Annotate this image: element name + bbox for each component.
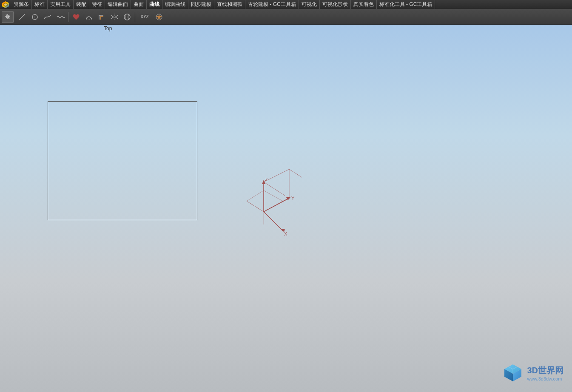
toolbar: XYZ (0, 9, 572, 25)
axes-svg: Z Y X (242, 169, 302, 246)
svg-line-29 (247, 190, 264, 201)
menu-item-surface[interactable]: 曲面 (131, 0, 147, 9)
spline-tool-button[interactable] (42, 11, 54, 23)
toolbar-sep-1 (68, 12, 68, 22)
settings-button[interactable] (2, 11, 14, 23)
mirror-tool-button[interactable] (108, 11, 120, 23)
circle-tool-button[interactable] (29, 11, 41, 23)
menu-item-resources[interactable]: 资源条 (11, 0, 32, 9)
svg-point-11 (127, 17, 128, 17)
xyz-tool-button[interactable]: XYZ (137, 11, 152, 23)
menu-item-gc-cog[interactable]: 古轮建模 - GC工具箱 (245, 0, 299, 9)
app-logo (2, 1, 9, 9)
svg-line-23 (289, 169, 302, 183)
shape-tool-button[interactable] (70, 11, 82, 23)
menu-item-edit-curve[interactable]: 编辑曲线 (162, 0, 188, 9)
svg-line-22 (264, 169, 289, 182)
svg-line-30 (264, 190, 283, 201)
svg-line-19 (264, 212, 283, 231)
svg-line-3 (19, 14, 25, 20)
watermark-brand: 3D世界网 www.3d3dw.com (527, 365, 563, 381)
axes-indicator: Z Y X (242, 169, 302, 246)
svg-point-6 (34, 17, 35, 17)
menu-item-standard[interactable]: 标准 (32, 0, 48, 9)
toolbar-sep-2 (135, 12, 135, 22)
menu-item-sync-modeling[interactable]: 同步建模 (188, 0, 214, 9)
svg-line-26 (264, 201, 283, 212)
menu-item-features[interactable]: 特征 (89, 0, 105, 9)
svg-text:Y: Y (291, 196, 295, 201)
menu-item-line-arc[interactable]: 直线和圆弧 (214, 0, 245, 9)
svg-line-24 (264, 182, 285, 196)
watermark: 3D世界网 www.3d3dw.com (502, 362, 563, 383)
menu-item-edit-surface[interactable]: 编辑曲面 (105, 0, 131, 9)
menu-item-curve[interactable]: 曲线 (147, 0, 162, 9)
watermark-url: www.3d3dw.com (527, 376, 563, 381)
revolve-tool-button[interactable] (121, 11, 133, 23)
svg-line-31 (247, 201, 264, 212)
view-label-top: Top (104, 26, 112, 31)
offset-tool-button[interactable] (96, 11, 108, 23)
pattern-tool-button[interactable] (153, 11, 165, 23)
menu-item-vis-shape[interactable]: 可视化形状 (320, 0, 351, 9)
menu-bar: 资源条 标准 实用工具 装配 特征 编辑曲面 曲面 曲线 编辑曲线 同步建模 直… (0, 0, 572, 9)
menu-item-realistic-shade[interactable]: 真实着色 (351, 0, 377, 9)
svg-marker-17 (286, 197, 290, 200)
menu-item-gc-standard[interactable]: 标准化工具 - GC工具箱 (377, 0, 435, 9)
menu-item-visualization[interactable]: 可视化 (299, 0, 320, 9)
watermark-text: 3D世界网 (527, 366, 563, 375)
menu-item-assembly[interactable]: 装配 (74, 0, 89, 9)
svg-text:X: X (284, 231, 287, 236)
arc-tool-button[interactable] (83, 11, 95, 23)
viewport[interactable]: Top Z Y X (0, 25, 572, 392)
wave-tool-button[interactable] (54, 11, 66, 23)
sketch-rectangle (48, 101, 197, 220)
watermark-cube-icon (502, 362, 524, 383)
line-tool-button[interactable] (16, 11, 28, 23)
menu-item-utilities[interactable]: 实用工具 (48, 0, 74, 9)
